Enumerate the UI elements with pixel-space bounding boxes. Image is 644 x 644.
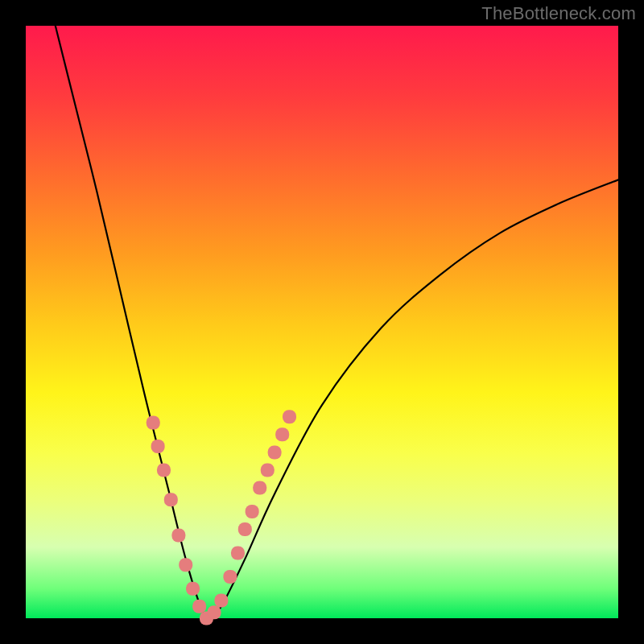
- data-marker: [238, 522, 252, 536]
- marker-group: [147, 410, 296, 625]
- data-marker: [186, 582, 200, 596]
- data-marker: [151, 440, 165, 453]
- chart-frame: TheBottleneck.com: [0, 0, 644, 644]
- data-marker: [179, 558, 192, 572]
- curve-layer: [26, 26, 618, 618]
- data-marker: [214, 593, 228, 607]
- watermark-label: TheBottleneck.com: [481, 3, 636, 24]
- data-marker: [157, 464, 171, 477]
- data-marker: [208, 605, 221, 619]
- data-marker: [231, 547, 245, 560]
- data-marker: [246, 505, 259, 518]
- data-marker: [253, 481, 266, 495]
- data-marker: [261, 464, 275, 477]
- bottleneck-curve: [56, 26, 618, 618]
- data-marker: [223, 570, 237, 584]
- data-marker: [164, 493, 178, 506]
- plot-area: [26, 26, 618, 618]
- data-marker: [171, 528, 185, 542]
- data-marker: [275, 427, 289, 441]
- data-marker: [147, 416, 160, 430]
- data-marker: [268, 445, 282, 459]
- data-marker: [192, 600, 206, 613]
- data-marker: [283, 410, 296, 423]
